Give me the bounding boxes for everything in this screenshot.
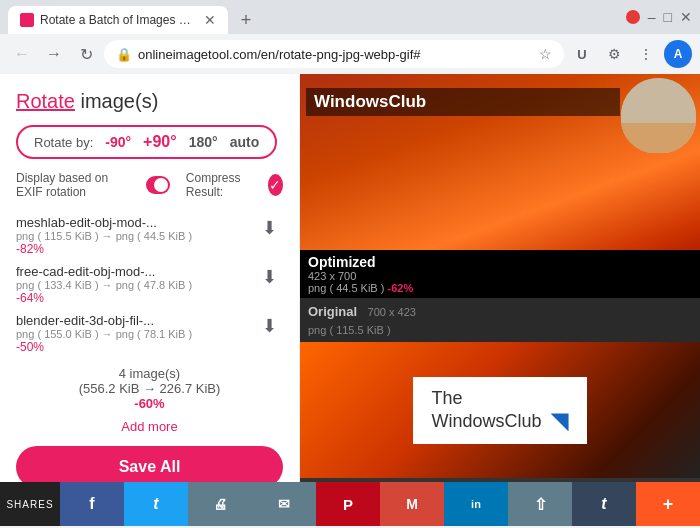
settings-icon[interactable]: ⚙	[600, 40, 628, 68]
pinterest-share-button[interactable]: P	[316, 482, 380, 526]
tab-close-icon[interactable]: ✕	[204, 12, 216, 28]
share-share-button[interactable]: ⇧	[508, 482, 572, 526]
lock-icon: 🔒	[116, 47, 132, 62]
file-reduction: -50%	[16, 340, 256, 354]
file-name: free-cad-edit-obj-mod-...	[16, 264, 256, 279]
exif-label: Display based on EXIF rotation	[16, 171, 130, 199]
file-size-info: png ( 115.5 KiB ) → png ( 44.5 KiB )	[16, 230, 256, 242]
exif-toggle[interactable]	[146, 176, 169, 194]
share-buttons: f t 🖨 ✉ P M in ⇧ t +	[60, 482, 700, 526]
download-button-2[interactable]: ⬇	[256, 313, 283, 339]
optimized-dims: 423 x 700	[300, 270, 700, 282]
rotate-by-section: Rotate by: -90° +90° 180° auto	[16, 125, 277, 159]
rotate-by-label: Rotate by:	[34, 135, 93, 150]
maximize-icon[interactable]: □	[664, 9, 672, 25]
wc-logo-text: The WindowsClub	[431, 387, 568, 434]
wc-logo-box: The WindowsClub	[413, 377, 586, 444]
rotate-minus90-button[interactable]: -90°	[105, 134, 131, 150]
new-tab-button[interactable]: +	[232, 6, 260, 34]
active-tab[interactable]: Rotate a Batch of Images Online ✕	[8, 6, 228, 34]
summary: 4 image(s) (556.2 KiB → 226.7 KiB) -60%	[16, 366, 283, 411]
summary-count: 4 image(s)	[119, 366, 180, 381]
file-reduction: -64%	[16, 291, 256, 305]
rotate-word: Rotate	[16, 90, 75, 112]
summary-reduction: -60%	[134, 396, 164, 411]
linkedin-share-button[interactable]: in	[444, 482, 508, 526]
file-size-info: png ( 155.0 KiB ) → png ( 78.1 KiB )	[16, 328, 256, 340]
compress-label: Compress Result:	[186, 171, 252, 199]
star-icon[interactable]: ☆	[539, 46, 552, 62]
twitter-share-button[interactable]: t	[124, 482, 188, 526]
add-more-link[interactable]: Add more	[16, 419, 283, 434]
bookmark-icon[interactable]: ⋮	[632, 40, 660, 68]
close-icon[interactable]: ✕	[680, 9, 692, 25]
gmail-share-button[interactable]: M	[380, 482, 444, 526]
refresh-button[interactable]: ↻	[72, 40, 100, 68]
file-list: meshlab-edit-obj-mod-... png ( 115.5 KiB…	[16, 215, 283, 354]
tab-bar-row: Rotate a Batch of Images Online ✕ + – □ …	[0, 0, 700, 34]
more-share-button[interactable]: +	[636, 482, 700, 526]
optimized-reduction: -62%	[388, 282, 414, 294]
extensions-icon[interactable]: U	[568, 40, 596, 68]
profile-button[interactable]: A	[664, 40, 692, 68]
tab-favicon	[20, 13, 34, 27]
shares-label: SHARES	[0, 499, 60, 510]
toolbar-right: U ⚙ ⋮ A	[568, 40, 692, 68]
file-info: free-cad-edit-obj-mod-... png ( 133.4 Ki…	[16, 264, 256, 305]
original-label: Original	[308, 304, 357, 319]
record-icon	[626, 10, 640, 24]
right-panel: WindowsClub Optimized 423 x 700 png ( 44…	[300, 74, 700, 482]
file-item: meshlab-edit-obj-mod-... png ( 115.5 KiB…	[16, 215, 283, 256]
optimized-label: Optimized	[300, 250, 700, 270]
original-info-box: Original 700 x 423 png ( 115.5 KiB )	[300, 298, 700, 342]
original-type: png ( 115.5 KiB )	[308, 324, 391, 336]
original-dims: 700 x 423	[368, 306, 416, 318]
file-item: blender-edit-3d-obj-fil-... png ( 155.0 …	[16, 313, 283, 354]
rotate-180-button[interactable]: 180°	[189, 134, 218, 150]
file-reduction: -82%	[16, 242, 256, 256]
compress-checkmark[interactable]: ✓	[268, 174, 283, 196]
save-all-button[interactable]: Save All	[16, 446, 283, 482]
tab-title: Rotate a Batch of Images Online	[40, 13, 198, 27]
file-info: blender-edit-3d-obj-fil-... png ( 155.0 …	[16, 313, 256, 354]
title-rest: image(s)	[75, 90, 158, 112]
window-controls: – □ ✕	[626, 9, 700, 25]
file-item: free-cad-edit-obj-mod-... png ( 133.4 Ki…	[16, 264, 283, 305]
download-button-0[interactable]: ⬇	[256, 215, 283, 241]
windows-icon	[551, 413, 569, 431]
file-size-info: png ( 133.4 KiB ) → png ( 47.8 KiB )	[16, 279, 256, 291]
back-button[interactable]: ←	[8, 40, 36, 68]
file-name: blender-edit-3d-obj-fil-...	[16, 313, 256, 328]
left-panel: Rotate image(s) Rotate by: -90° +90° 180…	[0, 74, 300, 482]
rotate-plus90-button[interactable]: +90°	[143, 133, 177, 151]
download-button-1[interactable]: ⬇	[256, 264, 283, 290]
bottom-preview: The WindowsClub	[300, 342, 700, 478]
top-image-area: WindowsClub Optimized 423 x 700 png ( 44…	[300, 74, 700, 298]
file-name: meshlab-edit-obj-mod-...	[16, 215, 256, 230]
file-info: meshlab-edit-obj-mod-... png ( 115.5 KiB…	[16, 215, 256, 256]
print-share-button[interactable]: 🖨	[188, 482, 252, 526]
optimized-info-box: Optimized 423 x 700 png ( 44.5 KiB ) -62…	[300, 250, 700, 298]
options-row: Display based on EXIF rotation Compress …	[16, 171, 283, 199]
address-url: onlineimagetool.com/en/rotate-png-jpg-we…	[138, 47, 533, 62]
summary-size: (556.2 KiB → 226.7 KiB)	[79, 381, 221, 396]
shares-bar: SHARES f t 🖨 ✉ P M in ⇧ t +	[0, 482, 700, 526]
rotate-auto-button[interactable]: auto	[230, 134, 260, 150]
minimize-icon[interactable]: –	[648, 9, 656, 25]
optimized-type: png ( 44.5 KiB ) -62%	[300, 282, 700, 298]
banner-text: WindowsClub	[306, 88, 620, 116]
forward-button[interactable]: →	[40, 40, 68, 68]
head-silhouette	[621, 78, 696, 153]
page-title: Rotate image(s)	[16, 90, 283, 113]
tumblr-share-button[interactable]: t	[572, 482, 636, 526]
windowsclub-banner: WindowsClub	[306, 88, 620, 116]
content-area: Rotate image(s) Rotate by: -90° +90° 180…	[0, 74, 700, 482]
tab-bar: Rotate a Batch of Images Online ✕ +	[0, 0, 260, 34]
address-bar[interactable]: 🔒 onlineimagetool.com/en/rotate-png-jpg-…	[104, 40, 564, 68]
email-share-button[interactable]: ✉	[252, 482, 316, 526]
browser-toolbar: ← → ↻ 🔒 onlineimagetool.com/en/rotate-pn…	[0, 34, 700, 74]
facebook-share-button[interactable]: f	[60, 482, 124, 526]
